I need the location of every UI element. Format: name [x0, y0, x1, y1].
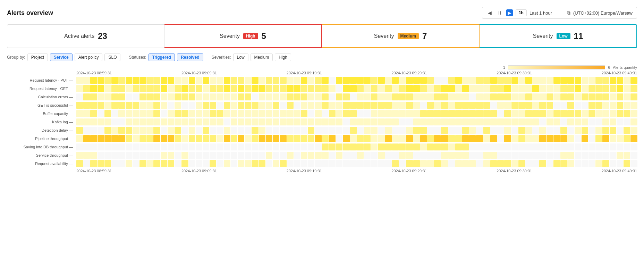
heatmap-cell[interactable] [294, 135, 300, 142]
heatmap-cell[interactable] [427, 152, 434, 159]
heatmap-cell[interactable] [371, 143, 378, 150]
heatmap-cell[interactable] [399, 118, 406, 125]
heatmap-cell[interactable] [602, 152, 609, 159]
heatmap-cell[interactable] [217, 160, 223, 167]
heatmap-cell[interactable] [399, 93, 406, 100]
heatmap-cell[interactable] [259, 85, 265, 92]
heatmap-cell[interactable] [427, 135, 434, 142]
heatmap-cell[interactable] [308, 143, 314, 150]
heatmap-cell[interactable] [189, 135, 195, 142]
heatmap-cell[interactable] [98, 127, 104, 134]
heatmap-cell[interactable] [497, 77, 504, 84]
heatmap-cell[interactable] [266, 143, 272, 150]
heatmap-cell[interactable] [371, 93, 378, 100]
heatmap-cell[interactable] [280, 110, 286, 117]
heatmap-cell[interactable] [560, 152, 567, 159]
heatmap-cell[interactable] [504, 135, 511, 142]
heatmap-cell[interactable] [350, 127, 357, 134]
heatmap-cell[interactable] [259, 143, 265, 150]
heatmap-cell[interactable] [153, 143, 160, 150]
heatmap-cell[interactable] [582, 85, 588, 92]
heatmap-cell[interactable] [90, 110, 97, 117]
heatmap-cell[interactable] [392, 127, 399, 134]
heatmap-cell[interactable] [76, 143, 83, 150]
heatmap-cell[interactable] [490, 143, 497, 150]
heatmap-cell[interactable] [399, 85, 406, 92]
heatmap-cell[interactable] [427, 118, 434, 125]
heatmap-cell[interactable] [273, 143, 279, 150]
heatmap-cell[interactable] [539, 160, 546, 167]
heatmap-cell[interactable] [90, 93, 97, 100]
heatmap-cell[interactable] [575, 85, 581, 92]
heatmap-cell[interactable] [83, 93, 90, 100]
heatmap-cell[interactable] [420, 77, 427, 84]
heatmap-cell[interactable] [497, 110, 504, 117]
heatmap-cell[interactable] [231, 85, 237, 92]
heatmap-cell[interactable] [210, 135, 216, 142]
heatmap-cell[interactable] [168, 85, 174, 92]
heatmap-cell[interactable] [469, 93, 476, 100]
heatmap-cell[interactable] [560, 77, 567, 84]
heatmap-cell[interactable] [294, 143, 300, 150]
heatmap-cell[interactable] [448, 143, 455, 150]
heatmap-cell[interactable] [602, 77, 609, 84]
heatmap-cell[interactable] [83, 135, 90, 142]
heatmap-cell[interactable] [266, 118, 272, 125]
heatmap-cell[interactable] [146, 135, 153, 142]
heatmap-cell[interactable] [146, 143, 153, 150]
heatmap-cell[interactable] [315, 135, 321, 142]
heatmap-cell[interactable] [315, 77, 321, 84]
heatmap-cell[interactable] [146, 77, 153, 84]
heatmap-cell[interactable] [357, 110, 364, 117]
heatmap-cell[interactable] [336, 77, 342, 84]
heatmap-cell[interactable] [441, 93, 448, 100]
heatmap-cell[interactable] [181, 93, 188, 100]
heatmap-cell[interactable] [406, 93, 413, 100]
heatmap-cell[interactable] [582, 143, 588, 150]
heatmap-cell[interactable] [448, 135, 455, 142]
heatmap-cell[interactable] [315, 85, 321, 92]
heatmap-cell[interactable] [497, 143, 504, 150]
heatmap-cell[interactable] [532, 110, 539, 117]
heatmap-cell[interactable] [266, 160, 272, 167]
heatmap-cell[interactable] [287, 152, 294, 159]
heatmap-cell[interactable] [630, 118, 637, 125]
heatmap-cell[interactable] [301, 152, 307, 159]
heatmap-cell[interactable] [553, 152, 560, 159]
heatmap-cell[interactable] [525, 135, 532, 142]
heatmap-cell[interactable] [546, 127, 553, 134]
heatmap-cell[interactable] [420, 102, 427, 109]
heatmap-cell[interactable] [371, 160, 378, 167]
heatmap-cell[interactable] [525, 77, 532, 84]
heatmap-cell[interactable] [624, 152, 630, 159]
heatmap-cell[interactable] [238, 160, 244, 167]
heatmap-cell[interactable] [462, 110, 469, 117]
heatmap-cell[interactable] [575, 102, 581, 109]
heatmap-cell[interactable] [175, 102, 181, 109]
heatmap-cell[interactable] [139, 118, 146, 125]
heatmap-cell[interactable] [602, 160, 609, 167]
heatmap-cell[interactable] [287, 85, 294, 92]
heatmap-cell[interactable] [575, 118, 581, 125]
heatmap-cell[interactable] [483, 110, 490, 117]
heatmap-cell[interactable] [252, 135, 258, 142]
heatmap-cell[interactable] [455, 77, 462, 84]
heatmap-cell[interactable] [539, 93, 546, 100]
heatmap-cell[interactable] [385, 160, 392, 167]
heatmap-cell[interactable] [575, 135, 581, 142]
heatmap-cell[interactable] [595, 102, 602, 109]
heatmap-cell[interactable] [364, 135, 371, 142]
heatmap-cell[interactable] [364, 127, 371, 134]
heatmap-cell[interactable] [602, 93, 609, 100]
heatmap-cell[interactable] [343, 127, 349, 134]
heatmap-cell[interactable] [203, 135, 209, 142]
heatmap-cell[interactable] [497, 118, 504, 125]
heatmap-cell[interactable] [413, 93, 420, 100]
heatmap-cell[interactable] [252, 152, 258, 159]
heatmap-cell[interactable] [427, 102, 434, 109]
heatmap-cell[interactable] [511, 135, 518, 142]
heatmap-cell[interactable] [350, 152, 357, 159]
heatmap-cell[interactable] [582, 110, 588, 117]
heatmap-cell[interactable] [301, 160, 307, 167]
heatmap-cell[interactable] [434, 143, 441, 150]
